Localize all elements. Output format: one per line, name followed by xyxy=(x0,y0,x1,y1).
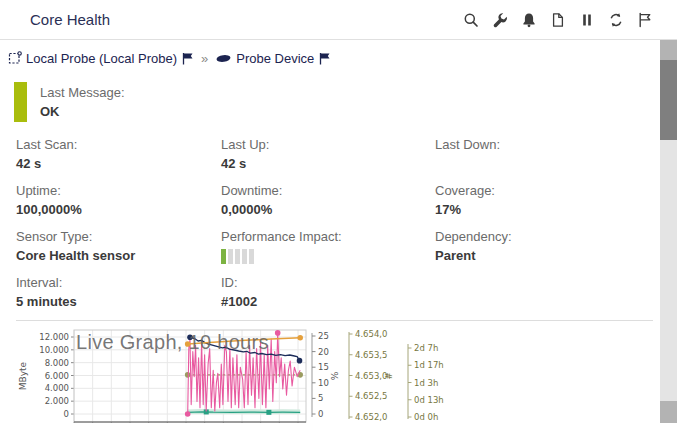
svg-text:0: 0 xyxy=(64,409,69,419)
priority-flag-icon xyxy=(318,52,331,65)
sensor-overview: Local Probe (Local Probe) » Probe Device… xyxy=(0,40,677,423)
vertical-scrollbar[interactable] xyxy=(660,40,677,423)
breadcrumb-device-label: Probe Device xyxy=(236,51,314,66)
sensor-status-color-bar xyxy=(14,82,27,122)
live-graph-panel: 09:1510:0010:4511:3012:1513:0013:4514:30… xyxy=(16,324,466,423)
detail-uptime: Uptime: 100,0000% xyxy=(16,182,221,218)
detail-id: ID: #1002 xyxy=(221,274,435,310)
detail-performance-impact: Performance Impact: xyxy=(221,228,435,264)
performance-impact-meter xyxy=(221,249,435,264)
svg-text:4.652,5: 4.652,5 xyxy=(355,391,387,401)
detail-empty xyxy=(435,274,677,310)
breadcrumb-probe-label: Local Probe (Local Probe) xyxy=(26,51,177,66)
impact-bar xyxy=(235,249,240,264)
svg-text:#: # xyxy=(384,372,394,380)
svg-text:10.000: 10.000 xyxy=(39,345,69,355)
svg-text:0d 13h: 0d 13h xyxy=(414,395,444,405)
wrench-icon[interactable] xyxy=(491,11,508,28)
sensor-details-grid: Last Scan: 42 s Last Up: 42 s Last Down:… xyxy=(16,136,677,310)
svg-text:6.000: 6.000 xyxy=(45,371,69,381)
device-icon xyxy=(215,53,232,64)
svg-text:4.653,5: 4.653,5 xyxy=(355,350,387,360)
svg-text:MByte: MByte xyxy=(18,361,28,390)
breadcrumb-separator: » xyxy=(201,51,208,66)
svg-text:4.652,0: 4.652,0 xyxy=(355,412,387,422)
detail-last-scan: Last Scan: 42 s xyxy=(16,136,221,172)
detail-dependency: Dependency: Parent xyxy=(435,228,677,264)
search-icon[interactable] xyxy=(462,11,479,28)
breadcrumb-device-link[interactable]: Probe Device xyxy=(215,51,331,66)
flag-icon[interactable] xyxy=(636,11,653,28)
page-title: Core Health xyxy=(30,11,110,28)
detail-interval: Interval: 5 minutes xyxy=(16,274,221,310)
bell-icon[interactable] xyxy=(520,11,537,28)
detail-coverage: Coverage: 17% xyxy=(435,182,677,218)
impact-bar xyxy=(228,249,233,264)
svg-text:0d 0h: 0d 0h xyxy=(414,412,438,422)
last-message-value: OK xyxy=(40,103,125,120)
impact-bar xyxy=(221,249,226,264)
svg-text:15: 15 xyxy=(318,362,329,372)
refresh-icon[interactable] xyxy=(607,11,624,28)
section-divider xyxy=(16,320,653,321)
scrollbar-top-cap[interactable] xyxy=(660,40,677,60)
svg-text:2d 7h: 2d 7h xyxy=(414,343,438,353)
breadcrumb: Local Probe (Local Probe) » Probe Device xyxy=(8,46,677,70)
scrollbar-thumb[interactable] xyxy=(660,60,677,140)
document-icon[interactable] xyxy=(549,11,566,28)
svg-text:4.653,0: 4.653,0 xyxy=(355,371,387,381)
impact-bar xyxy=(242,249,247,264)
svg-text:2.000: 2.000 xyxy=(45,396,69,406)
detail-sensor-type: Sensor Type: Core Health sensor xyxy=(16,228,221,264)
breadcrumb-probe-link[interactable]: Local Probe (Local Probe) xyxy=(8,51,194,66)
svg-text:1d 3h: 1d 3h xyxy=(414,378,438,388)
header-toolbar xyxy=(462,11,653,28)
svg-text:4.000: 4.000 xyxy=(45,383,69,393)
svg-text:25: 25 xyxy=(318,331,329,341)
last-message-block: Last Message: OK xyxy=(14,82,677,122)
header: Core Health xyxy=(0,0,677,40)
svg-text:0: 0 xyxy=(318,409,323,419)
svg-text:12.000: 12.000 xyxy=(39,332,69,342)
scrollbar-bottom-cap[interactable] xyxy=(660,401,677,423)
priority-flag-icon xyxy=(181,52,194,65)
impact-bar xyxy=(249,249,254,264)
detail-last-up: Last Up: 42 s xyxy=(221,136,435,172)
svg-text:4.654,0: 4.654,0 xyxy=(355,329,387,339)
detail-downtime: Downtime: 0,0000% xyxy=(221,182,435,218)
live-graph-chart: 09:1510:0010:4511:3012:1513:0013:4514:30… xyxy=(16,324,458,423)
svg-text:10: 10 xyxy=(318,378,329,388)
svg-text:8.000: 8.000 xyxy=(45,358,69,368)
pause-icon[interactable] xyxy=(578,11,595,28)
probe-icon xyxy=(8,51,22,65)
svg-text:5: 5 xyxy=(318,393,323,403)
svg-text:20: 20 xyxy=(318,347,329,357)
last-message-label: Last Message: xyxy=(40,84,125,101)
detail-last-down: Last Down: xyxy=(435,136,677,172)
svg-text:%: % xyxy=(330,371,340,380)
svg-text:1d 17h: 1d 17h xyxy=(414,360,444,370)
